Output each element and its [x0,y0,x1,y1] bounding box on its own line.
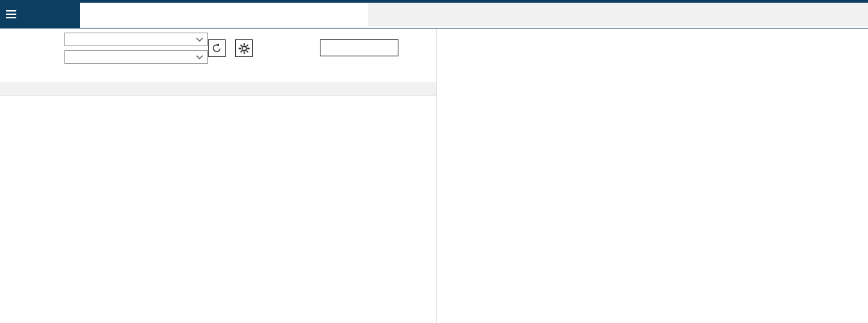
refresh-icon [211,43,222,54]
filter-select[interactable] [64,50,208,64]
settings-button[interactable] [235,39,253,57]
group-by-select[interactable] [64,33,208,46]
tab-bar [0,0,868,28]
new-project-button[interactable] [320,39,398,56]
tab-projects[interactable] [0,0,80,28]
top-stripe [0,0,868,3]
panel-divider [436,28,437,323]
planta-project-window [0,0,868,323]
refresh-button[interactable] [208,39,226,57]
chevron-down-icon [196,55,203,60]
gear-icon [239,43,250,54]
chevron-down-icon [196,37,203,42]
tab-bar-filler [368,0,868,26]
hamburger-icon[interactable] [6,8,16,20]
table-header [0,82,436,96]
